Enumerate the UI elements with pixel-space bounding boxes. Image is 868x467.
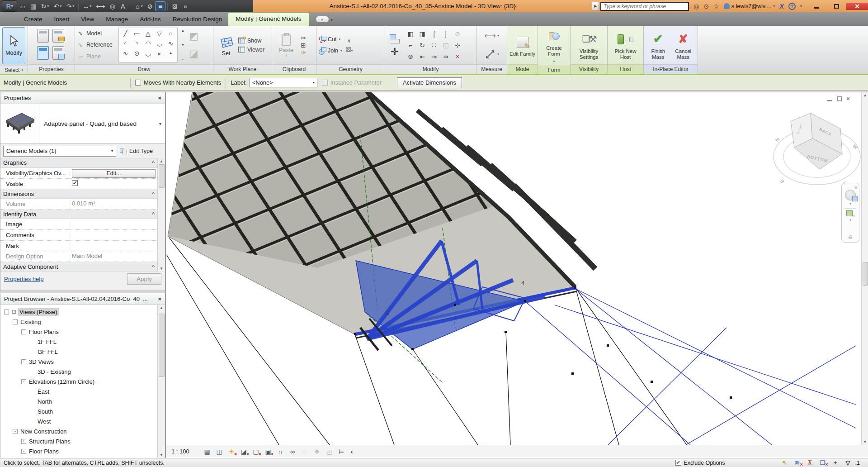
checkbox-checked-icon[interactable]: ✔ [72, 180, 78, 186]
panel-label-in-place-editor[interactable]: In-Place Editor [644, 64, 698, 74]
trim-corner-icon[interactable]: ⇤ [416, 51, 428, 62]
navbar-caret-icon[interactable]: ▾ [849, 202, 851, 206]
shadows-icon[interactable]: ◪× [239, 448, 249, 455]
pin-icon[interactable]: ⊹ [452, 39, 463, 51]
element-filter-dropdown[interactable]: Generic Models (1)▾ [3, 146, 116, 157]
favorites-star-icon[interactable]: ☆ [713, 3, 719, 10]
expand-box-icon[interactable]: + [21, 439, 26, 444]
circle-icon[interactable]: ○ [165, 29, 176, 38]
property-value[interactable]: Main Model [69, 251, 157, 262]
panel-label-select[interactable]: Select▾ [0, 66, 28, 74]
panel-label-host[interactable]: Host [608, 64, 643, 74]
tag-by-category-icon[interactable]: ◎ [108, 2, 117, 11]
ribbon-collapse-caret-icon[interactable]: ▾ [331, 18, 333, 22]
property-value[interactable]: ✔ [69, 179, 157, 189]
communication-center-icon[interactable]: ⊙ [703, 3, 709, 10]
tab-manage[interactable]: Manage [100, 13, 134, 26]
ribbon-collapse-button[interactable]: ▲ [316, 16, 329, 23]
cut-geometry-button[interactable]: Cut▾ [319, 36, 342, 43]
open-file-icon[interactable]: ▱ [18, 2, 28, 11]
tree-item-3d-views[interactable]: -3D Views [0, 357, 157, 367]
compass-east[interactable]: E [779, 179, 785, 184]
drawing-area[interactable]: 2 4 RIGHT BACK BOTTOM N W E S × ⊗ ▾ ▾ ⊖ [165, 92, 868, 458]
steering-wheel-icon[interactable] [845, 190, 856, 200]
selection-filter-count[interactable]: :1 [855, 460, 860, 466]
tab-modify-generic-models[interactable]: Modify | Generic Models [228, 12, 309, 26]
type-selector-caret-icon[interactable]: ▾ [156, 121, 165, 126]
work-plane-viewer-button[interactable]: Viewer [238, 47, 264, 53]
select-pinned-elements-icon[interactable]: ⊼ [806, 459, 815, 466]
cut-to-clipboard-icon[interactable]: ✂ [301, 34, 306, 42]
center-ends-arc-icon[interactable]: ◝ [131, 38, 142, 48]
minimize-button[interactable] [807, 3, 826, 10]
panel-label-work-plane[interactable]: Work Plane [213, 64, 272, 74]
select-underlay-elements-icon[interactable]: ≋× [793, 459, 802, 466]
collapse-chevron-icon[interactable]: ^ [152, 212, 155, 217]
scale-icon[interactable]: ◱ [440, 39, 452, 51]
delete-icon[interactable]: × [452, 51, 463, 62]
pick-new-host-button[interactable]: ← Pick New Host [613, 30, 639, 60]
split-with-gap-icon[interactable]: ⌡ [440, 28, 452, 39]
unjoin-geometry-icon[interactable]: ⊠▾ [345, 45, 353, 53]
navbar-close-icon[interactable]: ⊗ [854, 185, 858, 190]
panel-label-properties[interactable]: Properties [28, 64, 75, 74]
collapse-box-icon[interactable]: - [21, 329, 26, 334]
view-scale-button[interactable]: 1 : 100 [171, 448, 200, 455]
line-icon[interactable]: ╱ [120, 29, 131, 38]
finish-mass-button[interactable]: ✔ Finish Mass [646, 30, 670, 60]
ellipse-icon[interactable]: ⊙ [131, 48, 142, 58]
properties-palette-icon[interactable] [37, 29, 49, 43]
section-dimensions[interactable]: Dimensions^ [0, 189, 157, 199]
aligned-dimension-icon[interactable]: ⟷ [94, 2, 107, 11]
panel-label-mode[interactable]: Mode [507, 64, 538, 74]
join-geometry-button[interactable]: Join▾ [319, 48, 342, 54]
properties-help-link[interactable]: Properties help [4, 276, 43, 282]
close-hidden-windows-icon[interactable]: ⊠ [170, 2, 179, 11]
close-icon[interactable]: × [158, 295, 161, 302]
inscribed-polygon-icon[interactable]: △ [142, 29, 154, 38]
viewport-vertical-scrollbar[interactable]: ▲▼ [861, 92, 868, 445]
rotate-icon[interactable]: ↻ [416, 39, 428, 51]
measure-between-refs-button[interactable]: ⟷▾ [484, 31, 499, 41]
draw-model-line-button[interactable]: ∿Model [77, 30, 117, 37]
mirror-draw-axis-icon[interactable]: ◨ [416, 28, 428, 39]
collapse-box-icon[interactable]: - [21, 379, 26, 384]
tree-item-new-construction[interactable]: -New Construction [0, 426, 157, 436]
thin-lines-icon[interactable]: ≡ [156, 2, 165, 11]
show-crop-region-icon[interactable]: ▣× [263, 448, 273, 455]
help-icon[interactable]: ? [788, 3, 796, 10]
fillet-arc-icon[interactable]: ◡ [154, 38, 165, 48]
tree-item-1f-ffl[interactable]: 1F FFL [0, 337, 157, 347]
create-form-button[interactable]: Create Form ▾ [541, 27, 567, 64]
drag-elements-on-selection-icon[interactable]: + [831, 459, 840, 466]
exchange-apps-icon[interactable]: X [779, 2, 784, 10]
tree-item-west[interactable]: West [0, 416, 157, 426]
collapse-box-icon[interactable]: - [4, 310, 9, 315]
zoom-region-icon[interactable] [846, 210, 854, 217]
cope-icon[interactable]: ⌐ [405, 39, 416, 51]
spline-through-points-icon[interactable]: ∿ [120, 48, 131, 58]
view-bar-collapse-icon[interactable]: ‹ [351, 448, 353, 455]
collapse-box-icon[interactable]: - [21, 449, 26, 454]
view-restore-icon[interactable] [837, 96, 842, 101]
rectangle-icon[interactable]: ▭ [131, 29, 142, 38]
section-adaptive-component[interactable]: Adaptive Component^ [0, 262, 157, 272]
help-search-input[interactable] [600, 2, 689, 11]
tab-add-ins[interactable]: Add-Ins [134, 13, 167, 26]
edit-type-button[interactable]: Edit Type [120, 148, 153, 154]
worksharing-display-icon[interactable]: ❖ [312, 448, 322, 455]
view-cube[interactable]: RIGHT BACK BOTTOM N W E S [774, 113, 860, 186]
scroll-thumb[interactable] [159, 314, 165, 377]
tree-item-floor-plans[interactable]: -Floor Plans [0, 327, 157, 337]
cancel-mass-button[interactable]: ✘ Cancel Mass [671, 30, 696, 60]
zoom-caret-icon[interactable]: ▾ [849, 218, 851, 222]
property-value[interactable]: 0.010 m³ [69, 199, 157, 209]
save-icon[interactable]: ▥ [28, 2, 38, 11]
set-work-plane-button[interactable]: Set [216, 34, 236, 57]
scroll-thumb[interactable] [159, 164, 165, 188]
reveal-hidden-elements-icon[interactable]: ∞ [288, 448, 297, 455]
signin-account[interactable]: s.lewis7@wlv.... ▾ [724, 3, 775, 10]
close-icon[interactable]: × [158, 95, 161, 101]
visual-style-icon[interactable]: ◫ [214, 448, 224, 455]
draw-grid-scrollbar[interactable]: ▲▼═ [179, 28, 186, 62]
